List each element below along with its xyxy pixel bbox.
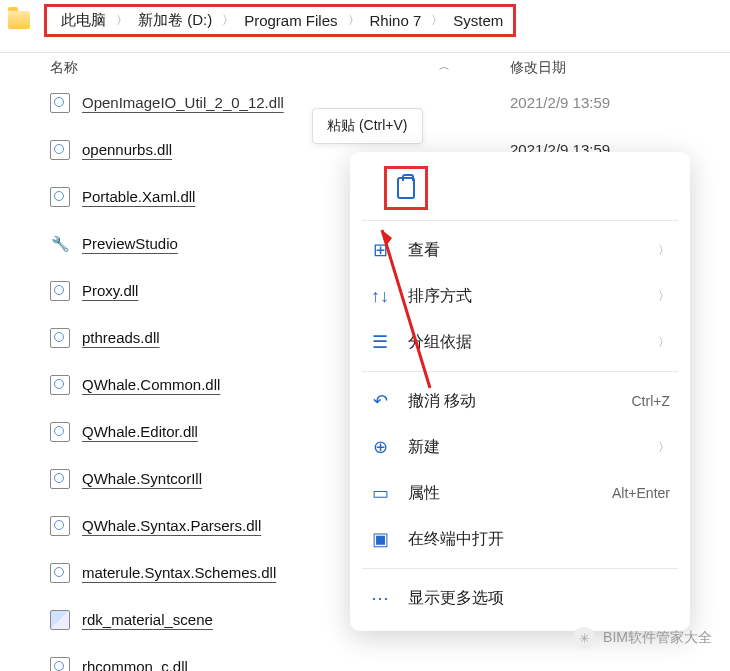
file-name: PreviewStudio <box>82 235 178 252</box>
dll-icon <box>50 422 70 442</box>
menu-label: 显示更多选项 <box>408 588 670 609</box>
sort-icon: ↑↓ <box>370 286 390 306</box>
watermark-text: BIM软件管家大全 <box>603 629 712 647</box>
view-icon: ⊞ <box>370 240 390 260</box>
menu-shortcut: Alt+Enter <box>612 485 670 501</box>
dll-icon <box>50 187 70 207</box>
file-name: QWhale.Common.dll <box>82 376 220 393</box>
breadcrumb-segment[interactable]: 新加卷 (D:) <box>138 11 212 30</box>
menu-item-group[interactable]: ☰分组依据〉 <box>350 319 690 365</box>
menu-shortcut: Ctrl+Z <box>632 393 671 409</box>
menu-label: 排序方式 <box>408 286 640 307</box>
file-name: QWhale.SyntcorIll <box>82 470 202 487</box>
group-icon: ☰ <box>370 332 390 352</box>
file-name: rdk_material_scene <box>82 611 213 628</box>
menu-label: 分组依据 <box>408 332 640 353</box>
dll-icon <box>50 375 70 395</box>
watermark: ✳ BIM软件管家大全 <box>573 627 712 649</box>
file-name: QWhale.Syntax.Parsers.dll <box>82 517 261 534</box>
term-icon: ▣ <box>370 529 390 549</box>
context-menu: ⊞查看〉↑↓排序方式〉☰分组依据〉 ↶撤消 移动Ctrl+Z⊕新建〉▭属性Alt… <box>350 152 690 631</box>
column-date[interactable]: 修改日期 <box>510 59 690 77</box>
menu-label: 属性 <box>408 483 594 504</box>
chevron-right-icon: 〉 <box>658 439 670 456</box>
chevron-right-icon: 〉 <box>348 12 360 29</box>
undo-icon: ↶ <box>370 391 390 411</box>
img-icon <box>50 610 70 630</box>
clipboard-icon <box>397 177 415 199</box>
chevron-right-icon: 〉 <box>431 12 443 29</box>
dll-icon <box>50 140 70 160</box>
wechat-icon: ✳ <box>573 627 595 649</box>
chevron-right-icon: 〉 <box>658 242 670 259</box>
menu-label: 查看 <box>408 240 640 261</box>
address-bar: 此电脑〉新加卷 (D:)〉Program Files〉Rhino 7〉Syste… <box>0 0 730 40</box>
file-name: QWhale.Editor.dll <box>82 423 198 440</box>
menu-item-undo[interactable]: ↶撤消 移动Ctrl+Z <box>350 378 690 424</box>
chevron-right-icon: 〉 <box>658 288 670 305</box>
file-name: OpenImageIO_Util_2_0_12.dll <box>82 94 284 111</box>
menu-separator <box>362 371 678 372</box>
breadcrumb[interactable]: 此电脑〉新加卷 (D:)〉Program Files〉Rhino 7〉Syste… <box>44 4 516 37</box>
gear-icon: 🔧 <box>50 234 70 254</box>
column-headers: 名称 ︿ 修改日期 <box>0 53 730 77</box>
menu-label: 撤消 移动 <box>408 391 614 412</box>
dll-icon <box>50 328 70 348</box>
menu-item-sort[interactable]: ↑↓排序方式〉 <box>350 273 690 319</box>
file-date: 2021/2/9 13:59 <box>510 79 730 126</box>
breadcrumb-segment[interactable]: Program Files <box>244 12 337 29</box>
file-name: Proxy.dll <box>82 282 138 299</box>
menu-item-new[interactable]: ⊕新建〉 <box>350 424 690 470</box>
chevron-right-icon: 〉 <box>222 12 234 29</box>
breadcrumb-segment[interactable]: 此电脑 <box>61 11 106 30</box>
new-icon: ⊕ <box>370 437 390 457</box>
sort-caret-icon: ︿ <box>439 59 450 77</box>
context-menu-quickactions <box>350 162 690 214</box>
menu-separator <box>362 568 678 569</box>
chevron-right-icon: 〉 <box>116 12 128 29</box>
chevron-right-icon: 〉 <box>658 334 670 351</box>
file-name: materule.Syntax.Schemes.dll <box>82 564 276 581</box>
menu-separator <box>362 220 678 221</box>
breadcrumb-segment[interactable]: Rhino 7 <box>370 12 422 29</box>
menu-item-view[interactable]: ⊞查看〉 <box>350 227 690 273</box>
file-row[interactable]: rhcommon_c.dll <box>50 643 510 671</box>
paste-button[interactable] <box>384 166 428 210</box>
dll-icon <box>50 469 70 489</box>
dll-icon <box>50 563 70 583</box>
breadcrumb-segment[interactable]: System <box>453 12 503 29</box>
file-name: Portable.Xaml.dll <box>82 188 195 205</box>
more-icon: ⋯ <box>370 588 390 608</box>
menu-label: 在终端中打开 <box>408 529 670 550</box>
folder-icon <box>8 11 30 29</box>
menu-label: 新建 <box>408 437 640 458</box>
menu-item-more[interactable]: ⋯显示更多选项 <box>350 575 690 621</box>
file-row[interactable]: OpenImageIO_Util_2_0_12.dll <box>50 79 510 126</box>
menu-item-term[interactable]: ▣在终端中打开 <box>350 516 690 562</box>
dll-icon <box>50 516 70 536</box>
file-name: opennurbs.dll <box>82 141 172 158</box>
dll-icon <box>50 281 70 301</box>
menu-item-prop[interactable]: ▭属性Alt+Enter <box>350 470 690 516</box>
dll-icon <box>50 657 70 672</box>
prop-icon: ▭ <box>370 483 390 503</box>
paste-tooltip: 粘贴 (Ctrl+V) <box>312 108 423 144</box>
file-name: rhcommon_c.dll <box>82 658 188 671</box>
dll-icon <box>50 93 70 113</box>
file-name: pthreads.dll <box>82 329 160 346</box>
